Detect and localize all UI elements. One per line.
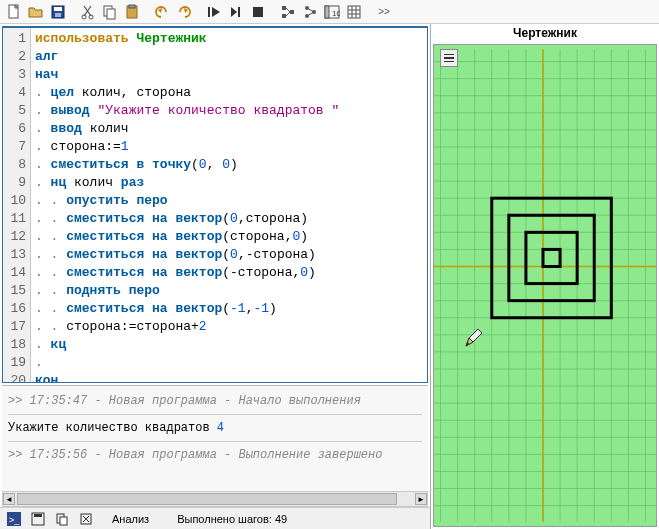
svg-rect-28 [60,517,67,525]
layout-icon[interactable]: 10 [322,2,342,22]
grid-icon[interactable] [344,2,364,22]
line-number: 8 [3,156,26,174]
code-line[interactable]: . кц [35,336,423,354]
line-number: 9 [3,174,26,192]
terminal-icon[interactable]: >_ [6,511,22,527]
redo-icon[interactable] [174,2,194,22]
status-bar: >_ Анализ Выполнено шагов: 49 [0,507,430,529]
line-number: 13 [3,246,26,264]
svg-text:10: 10 [332,9,340,18]
line-number: 7 [3,138,26,156]
clear-small-icon[interactable] [78,511,94,527]
svg-rect-12 [253,7,263,17]
svg-text:>_: >_ [9,515,20,525]
save-small-icon[interactable] [30,511,46,527]
code-line[interactable]: . нц колич раз [35,174,423,192]
line-number: 15 [3,282,26,300]
drawer-canvas[interactable] [433,44,657,527]
svg-rect-2 [54,7,62,11]
main-area: 1234567891011121314151617181920212223 ис… [0,24,659,529]
code-line[interactable]: . . сместиться на вектор(-1,-1) [35,300,423,318]
line-number: 3 [3,66,26,84]
save-file-icon[interactable] [48,2,68,22]
code-line[interactable]: . . поднять перо [35,282,423,300]
code-line[interactable]: . ввод колич [35,120,423,138]
code-line[interactable]: . . сместиться на вектор(0,-сторона) [35,246,423,264]
structure-icon[interactable] [278,2,298,22]
new-file-icon[interactable] [4,2,24,22]
drawer-title: Чертежник [431,24,659,42]
prompt-text: Укажите количество квадратов [8,421,217,435]
svg-rect-13 [282,6,286,10]
line-number: 14 [3,264,26,282]
code-area[interactable]: использовать Чертежникалгнач. цел колич,… [31,28,427,382]
code-line[interactable]: . . сторона:=сторона+2 [35,318,423,336]
divider [8,441,422,442]
step-icon[interactable] [226,2,246,22]
scroll-right-arrow[interactable]: ► [415,493,427,505]
svg-rect-14 [282,14,286,18]
line-number: 18 [3,336,26,354]
code-line[interactable]: . . сместиться на вектор(-сторона,0) [35,264,423,282]
svg-rect-72 [543,249,560,266]
code-line[interactable]: . цел колич, сторона [35,84,423,102]
line-number: 16 [3,300,26,318]
svg-rect-3 [55,13,61,17]
open-file-icon[interactable] [26,2,46,22]
line-number: 11 [3,210,26,228]
horizontal-scrollbar[interactable]: ◄ ► [2,491,428,507]
undo-icon[interactable] [152,2,172,22]
divider [8,414,422,415]
line-number: 6 [3,120,26,138]
console-msg: >> 17:35:56 - Новая программа - Выполнен… [8,448,422,462]
svg-rect-73 [526,232,577,283]
code-line[interactable]: . [35,354,423,372]
left-pane: 1234567891011121314151617181920212223 ис… [0,24,431,529]
code-line[interactable]: . вывод "Укажите количество квадратов " [35,102,423,120]
svg-rect-26 [34,514,42,517]
line-number: 1 [3,30,26,48]
prompt-input: 4 [217,421,224,435]
console-prompt: Укажите количество квадратов 4 [8,421,422,435]
status-steps: Выполнено шагов: 49 [167,513,297,525]
stop-icon[interactable] [248,2,268,22]
line-number: 2 [3,48,26,66]
scroll-thumb[interactable] [17,493,397,505]
code-line[interactable]: . . опустить перо [35,192,423,210]
svg-rect-10 [208,7,210,17]
code-line[interactable]: кон [35,372,423,383]
scroll-left-arrow[interactable]: ◄ [3,493,15,505]
code-line[interactable]: использовать Чертежник [35,30,423,48]
cut-icon[interactable] [78,2,98,22]
toolbar: 10 >> [0,0,659,24]
code-line[interactable]: нач [35,66,423,84]
canvas-menu-icon[interactable] [440,49,458,67]
vars-icon[interactable] [300,2,320,22]
paste-icon[interactable] [122,2,142,22]
code-line[interactable]: . сместиться в точку(0, 0) [35,156,423,174]
line-number: 17 [3,318,26,336]
line-number: 10 [3,192,26,210]
console-msg: >> 17:35:47 - Новая программа - Начало в… [8,394,422,408]
line-number: 12 [3,228,26,246]
svg-rect-22 [348,6,360,18]
svg-rect-74 [509,215,594,300]
svg-rect-11 [238,7,240,17]
app-root: 10 >> 1234567891011121314151617181920212… [0,0,659,529]
status-analysis: Анализ [102,513,159,525]
code-line[interactable]: . . сместиться на вектор(0,сторона) [35,210,423,228]
svg-rect-15 [290,10,294,14]
line-number: 19 [3,354,26,372]
code-line[interactable]: алг [35,48,423,66]
line-gutter: 1234567891011121314151617181920212223 [3,28,31,382]
code-editor[interactable]: 1234567891011121314151617181920212223 ис… [2,26,428,383]
run-icon[interactable] [204,2,224,22]
copy-small-icon[interactable] [54,511,70,527]
line-number: 5 [3,102,26,120]
code-line[interactable]: . . сместиться на вектор(сторона,0) [35,228,423,246]
more-icon[interactable]: >> [374,2,394,22]
copy-icon[interactable] [100,2,120,22]
code-line[interactable]: . сторона:=1 [35,138,423,156]
right-pane: Чертежник [431,24,659,529]
console-panel: >> 17:35:47 - Новая программа - Начало в… [2,385,428,491]
